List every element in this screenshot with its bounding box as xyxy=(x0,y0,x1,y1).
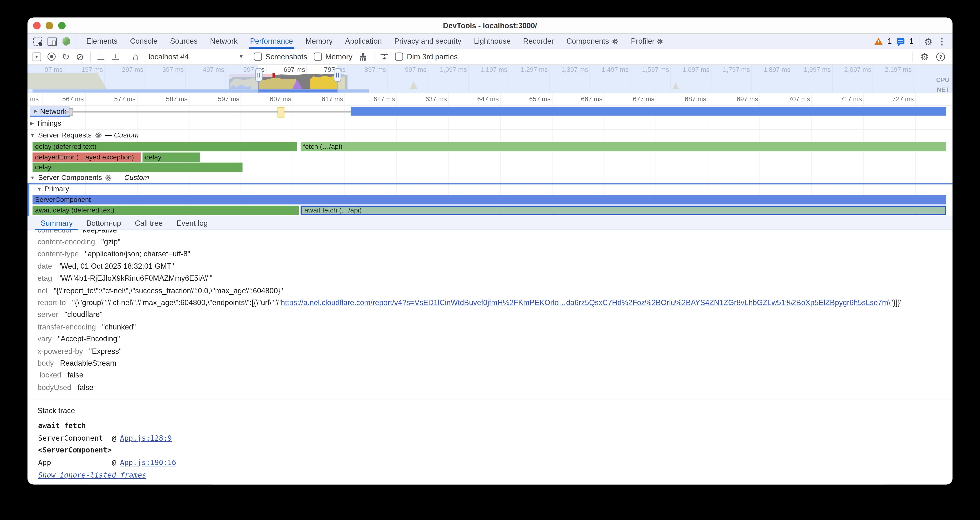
header-value: "keep-alive" xyxy=(80,230,119,234)
show-ignore-listed-frames-link[interactable]: Show ignore-listed frames xyxy=(38,471,146,479)
device-toolbar-icon[interactable] xyxy=(48,37,57,45)
dim-3rd-parties-checkbox[interactable]: Dim 3rd parties xyxy=(395,52,458,61)
flame-bar-fetch-api[interactable]: fetch (…/api) xyxy=(301,142,946,151)
main-tab[interactable]: Components xyxy=(560,34,625,49)
home-icon[interactable]: ⌂ xyxy=(133,52,138,62)
flame-bar-await-delay[interactable]: await delay (deferred text) xyxy=(33,205,299,215)
devtools-window: DevTools - localhost:3000/ Elements xyxy=(27,17,953,485)
reload-and-record-icon[interactable]: ↻ xyxy=(62,52,70,61)
main-tab-label: Memory xyxy=(305,37,332,46)
main-tab[interactable]: Application xyxy=(339,34,388,49)
details-tab[interactable]: Bottom-up xyxy=(80,216,128,230)
main-tab[interactable]: Memory xyxy=(299,34,339,49)
network-request-block[interactable] xyxy=(278,107,285,117)
checkbox[interactable] xyxy=(395,52,403,61)
help-icon[interactable]: ? xyxy=(936,52,945,61)
main-tab[interactable]: Recorder xyxy=(517,34,560,49)
stack-frame-row: Show ignore-listed frames xyxy=(38,469,953,481)
message-count[interactable]: 1 xyxy=(909,37,913,46)
divider xyxy=(90,52,91,62)
ruler-tick-label: 587 ms xyxy=(144,95,188,102)
summary-pane[interactable]: connection "keep-alive" content-encoding… xyxy=(27,230,953,485)
screenshots-checkbox[interactable]: Screenshots xyxy=(254,52,307,61)
main-tab-label: Components xyxy=(566,37,609,46)
header-value-prefix: "{\"group\":\"cf-nel\",\"max_age\":60480… xyxy=(72,298,281,307)
track-header-timings[interactable]: ▶ Timings xyxy=(30,119,61,127)
ruler-tick-label: 617 ms xyxy=(299,95,343,102)
main-tab[interactable]: Lighthouse xyxy=(468,34,517,49)
upload-profile-icon[interactable]: ↑ xyxy=(97,53,105,60)
track-header-server-components[interactable]: ▼ Server Components — Custom xyxy=(30,174,149,181)
minimize-window-button[interactable] xyxy=(46,22,53,29)
disclosure-triangle-icon[interactable]: ▼ xyxy=(30,175,35,180)
disclosure-triangle-icon[interactable]: ▼ xyxy=(30,132,35,138)
stack-trace-frames: await fetch ServerComponent @ App.js:128… xyxy=(27,420,953,481)
memory-checkbox[interactable]: Memory xyxy=(313,52,353,61)
network-request-bar[interactable] xyxy=(351,107,946,116)
flame-bar-delay[interactable]: delay xyxy=(143,152,200,162)
main-tab-label: Profiler xyxy=(631,37,655,46)
settings-icon[interactable]: ⚙ xyxy=(924,37,932,46)
header-row: vary "Accept-Encoding" xyxy=(38,333,953,345)
inspect-element-icon[interactable] xyxy=(33,37,42,46)
timeline-ruler[interactable]: ms 567 ms577 ms587 ms597 ms607 ms617 ms6… xyxy=(27,93,953,106)
selection-handle-right[interactable] xyxy=(334,68,341,82)
flame-bar-await-fetch-selected[interactable]: await fetch (…/api) xyxy=(301,205,946,215)
flame-bar-server-component[interactable]: ServerComponent xyxy=(33,195,946,205)
main-tab[interactable]: Sources xyxy=(164,34,204,49)
stack-frame-source-link[interactable]: App.js:128:9 xyxy=(120,434,172,442)
title-bar: DevTools - localhost:3000/ xyxy=(27,17,953,34)
header-value-link[interactable]: https://a.nel.cloudflare.com/report/v4?s… xyxy=(281,298,891,307)
warning-count[interactable]: 1 xyxy=(888,37,892,46)
stack-frame-row: <ServerComponent> xyxy=(38,444,953,456)
divider xyxy=(27,129,953,130)
disclosure-triangle-icon[interactable]: ▼ xyxy=(37,186,42,191)
collapse-flame-icon[interactable] xyxy=(380,54,389,59)
main-tab-bar: Elements Console xyxy=(27,34,953,49)
details-tab[interactable]: Event log xyxy=(170,216,215,230)
record-button[interactable] xyxy=(48,52,56,61)
timeline-overview[interactable]: 97 ms197 ms297 ms397 ms497 ms597 ms697 m… xyxy=(27,65,953,93)
header-value-suffix: "}]}" xyxy=(890,298,903,307)
session-selector[interactable]: localhost #4 ▼ xyxy=(145,51,247,63)
screenshots-label: Screenshots xyxy=(266,52,307,61)
toggle-sidebar-icon[interactable]: ▸ xyxy=(33,52,41,61)
checkbox[interactable] xyxy=(254,52,262,61)
capture-settings-icon[interactable]: ⚙ xyxy=(920,52,929,61)
clear-recording-icon[interactable]: ⊘ xyxy=(76,52,84,61)
collect-garbage-icon[interactable] xyxy=(359,53,367,60)
stack-frame-source-link[interactable]: App.js:190:16 xyxy=(120,458,176,467)
details-tab[interactable]: Call tree xyxy=(128,216,170,230)
main-tab[interactable]: Network xyxy=(204,34,244,49)
main-tabs: Elements Console xyxy=(80,34,670,49)
flame-bar-delay[interactable]: delay xyxy=(33,162,243,172)
zoom-window-button[interactable] xyxy=(58,22,65,29)
main-tab[interactable]: Privacy and security xyxy=(388,34,468,49)
track-header-primary[interactable]: ▼ Primary xyxy=(37,185,69,192)
header-row: content-type "application/json; charset=… xyxy=(38,248,953,260)
flame-chart-tracks[interactable]: ▶ Network ▶ Timings ▼ Server Requests xyxy=(27,106,953,216)
main-tab[interactable]: Performance xyxy=(244,34,299,49)
details-tab[interactable]: Summary xyxy=(34,216,80,230)
close-window-button[interactable] xyxy=(33,22,40,29)
disclosure-triangle-icon[interactable]: ▶ xyxy=(34,108,38,114)
selection-handle-left[interactable] xyxy=(255,68,262,82)
details-tab-bar: Summary Bottom-up Call tree Event log xyxy=(27,216,953,230)
network-request-marker[interactable] xyxy=(69,108,73,116)
react-devtools-icon[interactable] xyxy=(62,37,70,46)
flame-bar-delay-deferred[interactable]: delay (deferred text) xyxy=(33,142,297,151)
main-tab[interactable]: Elements xyxy=(80,34,124,49)
main-tab[interactable]: Profiler xyxy=(625,34,670,49)
track-header-server-requests[interactable]: ▼ Server Requests — Custom xyxy=(30,131,138,139)
main-tab[interactable]: Console xyxy=(124,34,164,49)
header-value: "Express" xyxy=(89,347,121,355)
checkbox[interactable] xyxy=(313,52,322,61)
flame-bar-delayed-error[interactable]: delayedError (…ayed exception) xyxy=(33,152,141,162)
more-options-icon[interactable]: ⋮ xyxy=(937,37,946,46)
main-tab-label: Elements xyxy=(86,37,118,46)
messages-icon[interactable] xyxy=(897,38,904,45)
stack-frame-row: ServerComponent @ App.js:128:9 xyxy=(38,432,953,444)
disclosure-triangle-icon[interactable]: ▶ xyxy=(30,120,34,126)
download-profile-icon[interactable]: ↓ xyxy=(111,53,119,60)
warning-icon[interactable] xyxy=(874,38,883,45)
